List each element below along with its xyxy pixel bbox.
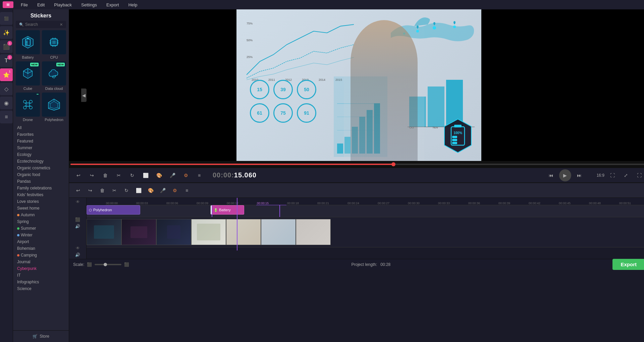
- search-input[interactable]: [25, 22, 60, 27]
- sticker-cpu[interactable]: CPU: [42, 30, 66, 59]
- video-thumb-2[interactable]: [121, 219, 156, 245]
- play-pause-button[interactable]: ▶: [559, 169, 571, 181]
- fullscreen-preview-button[interactable]: ⛶: [607, 170, 618, 181]
- cat-summer2[interactable]: Summer: [16, 225, 66, 232]
- menu-settings[interactable]: Settings: [79, 2, 99, 8]
- skip-end-button[interactable]: ⏭: [574, 170, 585, 181]
- scale-plus-icon[interactable]: ⬛: [124, 262, 129, 267]
- cut-button[interactable]: ✂: [113, 170, 124, 181]
- skip-start-button[interactable]: ⏮: [546, 170, 556, 181]
- video-thumb-1[interactable]: [87, 219, 121, 245]
- tool-audio[interactable]: ≡: [0, 111, 13, 123]
- search-clear-icon[interactable]: ✕: [60, 22, 63, 27]
- timeline-bottom: Scale: ⬛ ⬛ Project length: 00:28 Export: [69, 259, 644, 270]
- tool-text[interactable]: T1: [0, 54, 13, 67]
- cat-airport[interactable]: Airport: [16, 238, 66, 245]
- cat-family[interactable]: Family celebrations: [16, 185, 66, 191]
- svg-point-26: [23, 106, 26, 109]
- cat-spring[interactable]: Spring: [16, 218, 66, 225]
- tl-eye-top[interactable]: 👁: [74, 199, 81, 205]
- preview-area: 75% 50% 25% 2010 2011 2012 2013 2014 201…: [69, 9, 644, 342]
- tl-audio[interactable]: ≡: [182, 186, 192, 195]
- sticker-datacloud[interactable]: NEW Data cloud: [42, 61, 66, 91]
- delete-button[interactable]: 🗑: [100, 170, 111, 181]
- tl-redo[interactable]: ↪: [85, 186, 95, 195]
- cat-sweethome[interactable]: Sweet home: [16, 205, 66, 212]
- sticker-cube[interactable]: NEW Cube: [16, 61, 40, 91]
- motion-button[interactable]: ⚙: [180, 170, 191, 181]
- cat-infographics[interactable]: Infographics: [16, 279, 66, 285]
- cat-bohemian[interactable]: Bohemian: [16, 245, 66, 252]
- tl-cut[interactable]: ✂: [109, 186, 119, 195]
- color-correction-button[interactable]: 🎨: [154, 170, 164, 181]
- scale-slider[interactable]: [95, 264, 121, 265]
- tool-magic[interactable]: ✨: [0, 26, 13, 39]
- cat-pandas[interactable]: Pandas: [16, 178, 66, 185]
- tool-import[interactable]: ⬛: [0, 12, 13, 25]
- cat-all[interactable]: All: [16, 124, 66, 131]
- redo-button[interactable]: ↪: [87, 170, 97, 181]
- menu-edit[interactable]: Edit: [35, 2, 47, 8]
- cat-it[interactable]: IT: [16, 272, 66, 279]
- menu-export[interactable]: Export: [104, 2, 121, 8]
- tl-settings[interactable]: ⚙: [170, 186, 180, 195]
- cat-cyberpunk[interactable]: Cyberpunk: [16, 265, 66, 272]
- fullscreen-button[interactable]: ⛶: [634, 170, 644, 181]
- cat-featured[interactable]: Featured: [16, 138, 66, 145]
- clip-battery-icon: 🔋: [214, 208, 218, 212]
- cat-ecotechnology[interactable]: Ecotechnology: [16, 158, 66, 165]
- tl-color[interactable]: 🎨: [146, 186, 156, 195]
- store-button[interactable]: 🛒 Store: [13, 330, 69, 342]
- cat-organic-food[interactable]: Organic food: [16, 171, 66, 178]
- undo-button[interactable]: ↩: [73, 170, 84, 181]
- tool-transitions[interactable]: ◇: [0, 82, 13, 95]
- voiceover-button[interactable]: 🎤: [167, 170, 178, 181]
- seekbar-thumb[interactable]: [391, 162, 395, 166]
- audio-button[interactable]: ≡: [194, 170, 205, 181]
- cat-science[interactable]: Science: [16, 285, 66, 292]
- cat-journal[interactable]: Journal: [16, 259, 66, 265]
- menu-file[interactable]: File: [19, 2, 30, 8]
- panel-collapse-button[interactable]: ◀: [81, 89, 87, 102]
- tl-undo[interactable]: ↩: [73, 186, 83, 195]
- cat-kids[interactable]: Kids' festivities: [16, 191, 66, 198]
- cat-autumn[interactable]: Autumn: [16, 212, 66, 218]
- video-thumb-5[interactable]: [226, 219, 261, 245]
- video-thumb-3[interactable]: [156, 219, 191, 245]
- sticker-polyhedron[interactable]: Polyhedron: [42, 93, 66, 122]
- rotate-button[interactable]: ↻: [127, 170, 138, 181]
- crop-button[interactable]: ⬜: [140, 170, 151, 181]
- scale-minus-icon[interactable]: ⬛: [87, 262, 92, 267]
- project-length: Project length: 00:28: [352, 262, 391, 267]
- tl-crop[interactable]: ⬜: [133, 186, 144, 195]
- sticker-drone[interactable]: Drone: [16, 93, 40, 122]
- tl-audio2-icon[interactable]: 🔊: [74, 252, 81, 258]
- tl-overlay-icon[interactable]: ⬛: [74, 217, 81, 222]
- cat-favorites[interactable]: Favorites: [16, 131, 66, 138]
- video-thumb-7[interactable]: [296, 219, 331, 245]
- clip-battery[interactable]: 🔋 Battery: [211, 205, 244, 215]
- clip-polyhedron[interactable]: ⬡ Polyhedron: [87, 205, 140, 215]
- expand-button[interactable]: ⤢: [621, 170, 631, 181]
- tl-audio-icon[interactable]: 🔊: [74, 224, 81, 229]
- tool-filters[interactable]: ◉: [0, 97, 13, 109]
- cat-summer[interactable]: Summer: [16, 145, 66, 151]
- sticker-battery[interactable]: Battery: [16, 30, 40, 59]
- tl-rotate[interactable]: ↻: [121, 186, 131, 195]
- menu-help[interactable]: Help: [126, 2, 140, 8]
- tl-mic[interactable]: 🎤: [158, 186, 168, 195]
- cat-camping[interactable]: Camping: [16, 252, 66, 259]
- cat-winter[interactable]: Winter: [16, 232, 66, 238]
- seekbar[interactable]: [70, 164, 644, 165]
- video-thumb-6[interactable]: [261, 219, 296, 245]
- export-button[interactable]: Export: [612, 259, 644, 270]
- video-thumb-4[interactable]: [191, 219, 226, 245]
- tl-eye-bottom[interactable]: 👁: [74, 245, 81, 251]
- cat-love[interactable]: Love stories: [16, 198, 66, 205]
- tl-delete[interactable]: 🗑: [97, 186, 107, 195]
- tool-overlay[interactable]: ⬛1: [0, 40, 13, 53]
- cat-ecology[interactable]: Ecology: [16, 151, 66, 158]
- tool-stickers[interactable]: ⭐1: [0, 68, 13, 81]
- cat-organic-cosmetics[interactable]: Organic cosmetics: [16, 165, 66, 171]
- menu-playback[interactable]: Playback: [52, 2, 74, 8]
